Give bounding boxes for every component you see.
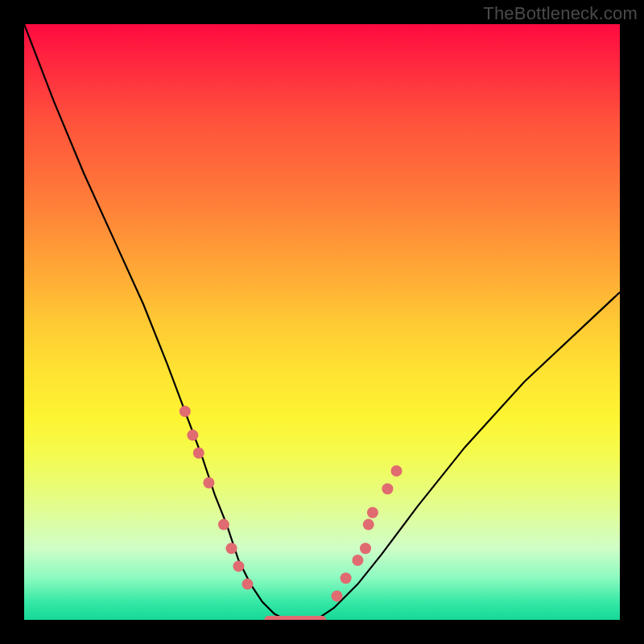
dot-left-1 xyxy=(187,430,198,441)
plot-area xyxy=(24,24,620,620)
dot-right-4 xyxy=(363,519,374,530)
dot-left-6 xyxy=(233,560,244,572)
dot-right-6 xyxy=(382,483,393,494)
dot-left-5 xyxy=(226,543,237,554)
dot-left-2 xyxy=(193,448,204,459)
bottleneck-curve xyxy=(24,24,620,620)
dot-left-7 xyxy=(242,579,254,590)
dot-right-7 xyxy=(391,465,402,477)
dot-left-4 xyxy=(218,519,229,530)
dot-right-1 xyxy=(341,572,352,584)
dot-left-3 xyxy=(203,477,214,489)
dot-right-3 xyxy=(360,543,371,554)
dot-right-2 xyxy=(352,555,363,566)
dot-left-0 xyxy=(180,406,191,417)
dot-right-5 xyxy=(367,507,378,518)
curve-svg xyxy=(24,24,620,620)
watermark-text: TheBottleneck.com xyxy=(483,3,638,24)
dots-right-group xyxy=(332,465,402,601)
dot-right-0 xyxy=(332,590,343,601)
chart-container: TheBottleneck.com xyxy=(0,0,644,644)
